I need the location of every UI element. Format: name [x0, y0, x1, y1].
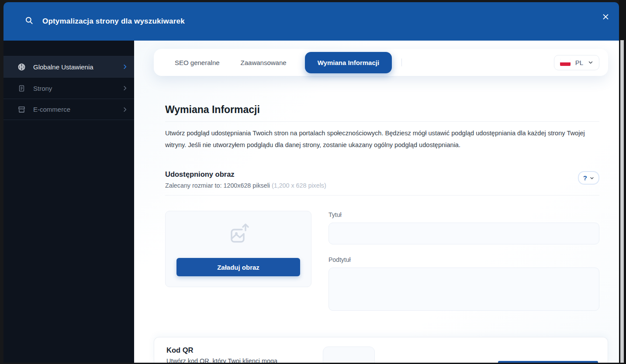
chevron-down-icon [590, 176, 594, 180]
sidebar-item-label: Globalne Ustawienia [33, 63, 122, 71]
divider [165, 121, 599, 122]
tab-divider [401, 58, 402, 66]
image-upload-icon [226, 223, 251, 246]
qr-code-section: Kod QR Utwórz kod QR, który Twoi klienci… [154, 337, 608, 363]
share-image-section-header: Udostępniony obraz Zalecany rozmiar to: … [165, 170, 599, 189]
chevron-right-icon [122, 64, 128, 70]
qr-action-button[interactable] [498, 361, 598, 363]
size-hint: Zalecany rozmiar to: 1200x628 pikseli (1… [165, 182, 326, 189]
language-selector[interactable]: PL [554, 55, 599, 70]
tab-seo-general[interactable]: SEO generalne [167, 55, 228, 71]
question-mark-icon: ? [583, 174, 587, 182]
title-field-label: Tytuł [329, 211, 342, 218]
chevron-right-icon [122, 106, 128, 113]
sidebar-item-ecommerce[interactable]: E-commerce [3, 99, 134, 120]
sidebar-item-label: E-commerce [33, 106, 122, 113]
subtitle-field-label: Podtytuł [329, 256, 599, 263]
modal-body: Globalne Ustawienia Strony [3, 41, 619, 363]
browser-scrollbar[interactable] [619, 0, 626, 364]
tab-bar: SEO generalne Zaawansowane Wymiana Infor… [154, 49, 608, 76]
share-image-heading: Udostępniony obraz [165, 170, 326, 179]
size-hint-secondary: (1,200 x 628 pixels) [272, 182, 326, 189]
language-code: PL [575, 59, 583, 66]
tab-information-exchange[interactable]: Wymiana Informacji [305, 52, 392, 73]
globe-icon [17, 63, 26, 71]
page-title: Wymiana Informacji [165, 104, 599, 116]
chevron-down-icon [588, 60, 593, 65]
poland-flag-icon [560, 59, 571, 66]
subtitle-textarea[interactable] [329, 268, 599, 311]
upload-image-button[interactable]: Załaduj obraz [176, 258, 300, 276]
share-image-form: Załaduj obraz Tytuł Podtytuł [165, 211, 599, 312]
qr-preview-box [323, 347, 375, 363]
document-icon [17, 84, 26, 93]
main-panel: SEO generalne Zaawansowane Wymiana Infor… [134, 41, 619, 363]
qr-heading: Kod QR [166, 346, 311, 354]
size-hint-primary: Zalecany rozmiar to: 1200x628 pikseli [165, 182, 270, 189]
scrollbar-thumb[interactable] [620, 40, 624, 363]
title-input[interactable] [329, 223, 599, 244]
tab-advanced[interactable]: Zaawansowane [233, 55, 294, 71]
sidebar-item-pages[interactable]: Strony [3, 77, 134, 99]
sidebar-item-global-settings[interactable]: Globalne Ustawienia [3, 56, 134, 77]
image-upload-card: Załaduj obraz [165, 211, 311, 287]
modal-title: Optymalizacja strony dla wyszukiwarek [42, 17, 185, 26]
share-image-fields: Tytuł Podtytuł [329, 211, 599, 312]
qr-description: Utwórz kod QR, który Twoi klienci mogą [166, 357, 311, 363]
tab-content: Wymiana Informacji Utwórz podgląd udostę… [165, 104, 599, 312]
seo-settings-modal: Optymalizacja strony dla wyszukiwarek Gl… [3, 2, 619, 363]
sidebar-item-label: Strony [33, 85, 122, 92]
modal-header: Optymalizacja strony dla wyszukiwarek [3, 2, 619, 41]
divider [165, 195, 599, 196]
close-icon[interactable] [600, 11, 611, 22]
sidebar: Globalne Ustawienia Strony [3, 41, 134, 363]
help-button[interactable]: ? [578, 171, 599, 185]
chevron-right-icon [122, 85, 128, 91]
search-icon [25, 16, 34, 27]
page-description: Utwórz podgląd udostępniania Twoich stro… [165, 127, 599, 151]
storefront-icon [17, 105, 26, 113]
